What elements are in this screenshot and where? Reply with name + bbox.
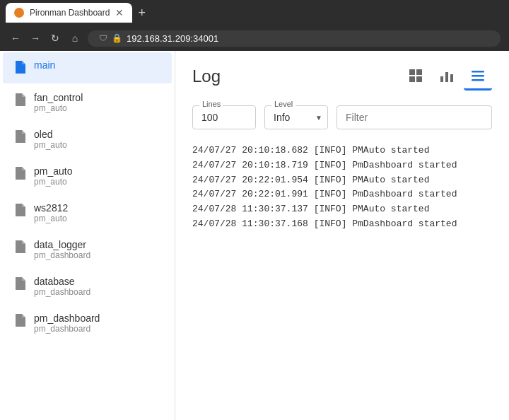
log-container: 24/07/27 20:10:18.682 [INFO] PMAuto star…: [175, 138, 509, 420]
controls-row: Lines Level Info Debug Warning Error ▼: [175, 97, 509, 138]
svg-rect-1: [416, 69, 422, 75]
level-field-group: Level Info Debug Warning Error ▼: [264, 105, 328, 129]
header: Log: [175, 51, 509, 97]
svg-rect-9: [472, 79, 484, 81]
svg-rect-5: [445, 72, 448, 82]
file-icon: [14, 204, 25, 219]
back-button[interactable]: ←: [8, 33, 23, 44]
tab-grid[interactable]: [402, 62, 430, 91]
address-text: 192.168.31.209:34001: [127, 33, 218, 44]
log-entry: 24/07/28 11:30:37.137 [INFO] PMAuto star…: [192, 202, 492, 217]
file-icon: [14, 314, 25, 329]
filter-input[interactable]: [337, 105, 492, 129]
sidebar-item-name: database: [34, 276, 90, 287]
address-bar[interactable]: 🛡 🔒 192.168.31.209:34001: [88, 30, 501, 47]
sidebar-item-ws2812[interactable]: ws2812pm_auto: [3, 195, 172, 231]
shield-icon: 🛡: [99, 33, 107, 43]
svg-rect-8: [472, 75, 484, 77]
lines-label: Lines: [199, 100, 223, 108]
file-icon: [14, 167, 25, 182]
sidebar-item-pm_dashboard[interactable]: pm_dashboardpm_dashboard: [3, 305, 172, 341]
tab-chart[interactable]: [433, 62, 461, 91]
sidebar-item-name: main: [34, 59, 55, 71]
lines-field-group: Lines: [192, 105, 256, 129]
tab-favicon: [14, 8, 24, 18]
svg-rect-4: [440, 76, 443, 82]
sidebar-item-name: fan_control: [34, 92, 83, 103]
file-icon: [14, 61, 25, 76]
sidebar-item-name: data_logger: [34, 239, 90, 250]
sidebar: main fan_controlpm_auto oledpm_auto pm_a…: [0, 51, 175, 420]
grid-icon: [408, 68, 423, 83]
lines-input[interactable]: [192, 105, 256, 129]
file-icon: [14, 240, 25, 256]
sidebar-item-name: pm_dashboard: [34, 313, 100, 324]
tab-title: Pironman Dashboard: [30, 8, 110, 18]
list-icon: [470, 68, 486, 83]
sidebar-item-sub: pm_dashboard: [34, 287, 90, 297]
sidebar-item-database[interactable]: databasepm_dashboard: [3, 269, 172, 304]
page-title: Log: [192, 66, 390, 86]
header-tabs: [402, 62, 492, 91]
sidebar-item-name: pm_auto: [34, 165, 72, 177]
sidebar-item-name: oled: [34, 129, 67, 140]
home-button[interactable]: ⌂: [68, 33, 82, 44]
log-entry: 24/07/27 20:22:01.991 [INFO] PmDashboard…: [192, 187, 492, 202]
file-icon: [14, 277, 25, 293]
svg-rect-2: [409, 76, 415, 82]
level-select-wrapper: Info Debug Warning Error ▼: [264, 105, 328, 129]
file-icon: [14, 130, 25, 146]
log-entry: 24/07/28 11:30:37.168 [INFO] PmDashboard…: [192, 217, 492, 232]
svg-rect-6: [450, 74, 453, 82]
svg-rect-0: [409, 69, 415, 75]
sidebar-item-sub: pm_auto: [34, 214, 68, 223]
browser-tab[interactable]: Pironman Dashboard ✕: [6, 3, 132, 23]
file-icon: [14, 93, 25, 109]
sidebar-item-sub: pm_auto: [34, 177, 72, 187]
tab-list[interactable]: [464, 62, 492, 91]
sidebar-item-main[interactable]: main: [3, 52, 172, 83]
log-entry: 24/07/27 20:10:18.682 [INFO] PMAuto star…: [192, 144, 492, 158]
log-entry: 24/07/27 20:22:01.954 [INFO] PMAuto star…: [192, 173, 492, 188]
level-label: Level: [271, 100, 296, 108]
sidebar-item-sub: pm_auto: [34, 103, 83, 113]
main-content: Log: [175, 51, 509, 420]
app-container: main fan_controlpm_auto oledpm_auto pm_a…: [0, 51, 509, 420]
sidebar-item-fan_control[interactable]: fan_controlpm_auto: [3, 85, 172, 120]
reload-button[interactable]: ↻: [48, 33, 62, 44]
svg-rect-7: [472, 71, 484, 73]
sidebar-item-name: ws2812: [34, 202, 68, 214]
sidebar-item-pm_auto[interactable]: pm_autopm_auto: [3, 158, 172, 194]
lock-icon: 🔒: [112, 33, 122, 43]
sidebar-item-sub: pm_dashboard: [34, 324, 100, 334]
sidebar-item-sub: pm_dashboard: [34, 250, 90, 260]
forward-button[interactable]: →: [28, 33, 42, 44]
tab-close-button[interactable]: ✕: [115, 7, 124, 18]
log-entry: 24/07/27 20:10:18.719 [INFO] PmDashboard…: [192, 158, 492, 173]
sidebar-item-sub: pm_auto: [34, 140, 67, 150]
sidebar-item-oled[interactable]: oledpm_auto: [3, 122, 172, 157]
chart-icon: [439, 68, 455, 83]
level-select[interactable]: Info Debug Warning Error: [264, 105, 328, 129]
svg-rect-3: [416, 76, 422, 82]
new-tab-button[interactable]: +: [138, 6, 146, 21]
sidebar-item-data_logger[interactable]: data_loggerpm_dashboard: [3, 232, 172, 267]
